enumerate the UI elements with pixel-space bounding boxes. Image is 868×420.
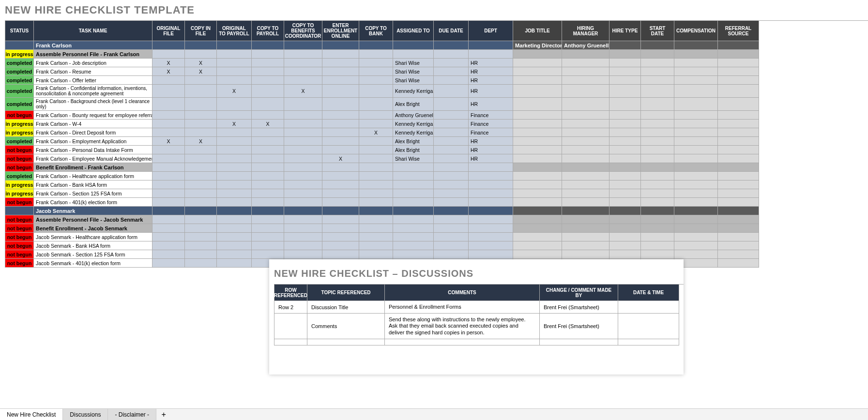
grid-cell[interactable] — [718, 59, 759, 67]
grid-cell[interactable] — [718, 180, 759, 189]
grid-cell[interactable] — [252, 207, 284, 215]
hiring-manager-cell[interactable]: Anthony Gruenelli — [562, 41, 609, 50]
check-cell[interactable] — [152, 233, 185, 241]
disc-topic[interactable] — [307, 339, 385, 345]
check-cell[interactable] — [359, 98, 393, 111]
check-cell[interactable] — [152, 120, 185, 128]
check-cell[interactable] — [252, 172, 284, 180]
grid-cell[interactable] — [562, 128, 609, 137]
grid-cell[interactable] — [674, 146, 718, 154]
grid-cell[interactable] — [152, 224, 185, 233]
grid-cell[interactable] — [284, 163, 322, 172]
check-cell[interactable] — [322, 85, 359, 98]
grid-cell[interactable] — [322, 50, 359, 59]
grid-cell[interactable] — [434, 50, 469, 59]
check-cell[interactable] — [322, 172, 359, 180]
grid-cell[interactable] — [562, 215, 609, 224]
disc-datetime[interactable] — [618, 301, 679, 314]
check-cell[interactable] — [284, 180, 322, 189]
check-cell[interactable] — [185, 241, 217, 250]
grid-cell[interactable] — [217, 41, 252, 50]
assigned-to-cell[interactable] — [393, 233, 434, 241]
grid-cell[interactable] — [718, 207, 759, 215]
grid-cell[interactable] — [674, 128, 718, 137]
dept-cell[interactable]: Finance — [469, 120, 513, 128]
grid-cell[interactable] — [513, 98, 562, 111]
dept-cell[interactable] — [469, 180, 513, 189]
disc-datetime[interactable] — [618, 339, 679, 345]
disc-row-ref[interactable] — [274, 339, 307, 345]
check-cell[interactable]: X — [152, 59, 185, 67]
task-name-cell[interactable]: Jacob Senmark - Bank HSA form — [34, 241, 152, 250]
grid-cell[interactable] — [393, 215, 434, 224]
grid-cell[interactable] — [284, 224, 322, 233]
due-date-cell[interactable] — [434, 189, 469, 198]
grid-cell[interactable] — [641, 59, 674, 67]
check-cell[interactable] — [252, 59, 284, 67]
check-cell[interactable] — [252, 137, 284, 146]
grid-cell[interactable] — [718, 120, 759, 128]
grid-cell[interactable] — [609, 76, 641, 85]
assigned-to-cell[interactable] — [393, 180, 434, 189]
disc-comments[interactable]: Personnel & Enrollment Forms — [385, 301, 540, 314]
grid-cell[interactable] — [674, 154, 718, 163]
grid-cell[interactable] — [718, 233, 759, 241]
dept-cell[interactable] — [469, 241, 513, 250]
grid-cell[interactable] — [609, 50, 641, 59]
section-label-cell[interactable]: Benefit Enrollment - Jacob Senmark — [34, 224, 152, 233]
grid-cell[interactable] — [609, 98, 641, 111]
check-cell[interactable] — [217, 241, 252, 250]
check-cell[interactable] — [252, 67, 284, 76]
hiring-manager-cell[interactable] — [562, 207, 609, 215]
check-cell[interactable] — [284, 128, 322, 137]
check-cell[interactable] — [322, 241, 359, 250]
tab-discussions[interactable]: Discussions — [63, 409, 108, 420]
grid-cell[interactable] — [185, 224, 217, 233]
check-cell[interactable] — [152, 180, 185, 189]
check-cell[interactable] — [284, 154, 322, 163]
check-cell[interactable]: X — [217, 120, 252, 128]
task-name-cell[interactable]: Frank Carlson - Healthcare application f… — [34, 172, 152, 180]
grid-cell[interactable] — [562, 76, 609, 85]
grid-cell[interactable] — [641, 172, 674, 180]
grid-cell[interactable] — [609, 215, 641, 224]
grid-cell[interactable] — [252, 163, 284, 172]
due-date-cell[interactable] — [434, 59, 469, 67]
task-name-cell[interactable]: Frank Carlson - Section 125 FSA form — [34, 189, 152, 198]
check-cell[interactable] — [359, 120, 393, 128]
task-name-cell[interactable]: Frank Carlson - Bank HSA form — [34, 180, 152, 189]
task-name-cell[interactable]: Frank Carlson - Direct Deposit form — [34, 128, 152, 137]
check-cell[interactable] — [217, 250, 252, 259]
check-cell[interactable] — [284, 76, 322, 85]
status-cell[interactable]: not begun — [5, 233, 34, 241]
grid-cell[interactable] — [674, 163, 718, 172]
grid-cell[interactable] — [513, 198, 562, 207]
check-cell[interactable] — [359, 189, 393, 198]
check-cell[interactable] — [359, 111, 393, 120]
disc-comments[interactable] — [385, 339, 540, 345]
grid-cell[interactable] — [674, 76, 718, 85]
grid-cell[interactable] — [469, 163, 513, 172]
grid-cell[interactable] — [609, 224, 641, 233]
grid-cell[interactable] — [434, 215, 469, 224]
disc-by[interactable]: Brent Frei (Smartsheet) — [540, 314, 618, 339]
grid-cell[interactable] — [641, 224, 674, 233]
grid-cell[interactable] — [152, 163, 185, 172]
task-name-cell[interactable]: Frank Carlson - Resume — [34, 67, 152, 76]
due-date-cell[interactable] — [434, 137, 469, 146]
grid-cell[interactable] — [641, 128, 674, 137]
grid-cell[interactable] — [513, 67, 562, 76]
grid-cell[interactable] — [513, 154, 562, 163]
assigned-to-cell[interactable]: Alex Bright — [393, 98, 434, 111]
grid-cell[interactable] — [185, 41, 217, 50]
check-cell[interactable] — [284, 120, 322, 128]
check-cell[interactable]: X — [284, 85, 322, 98]
dept-cell[interactable]: HR — [469, 67, 513, 76]
check-cell[interactable] — [359, 180, 393, 189]
task-name-cell[interactable]: Frank Carlson - Bounty request for emplo… — [34, 111, 152, 120]
grid-cell[interactable] — [513, 128, 562, 137]
grid-cell[interactable] — [562, 224, 609, 233]
due-date-cell[interactable] — [434, 233, 469, 241]
check-cell[interactable] — [322, 189, 359, 198]
check-cell[interactable] — [322, 198, 359, 207]
